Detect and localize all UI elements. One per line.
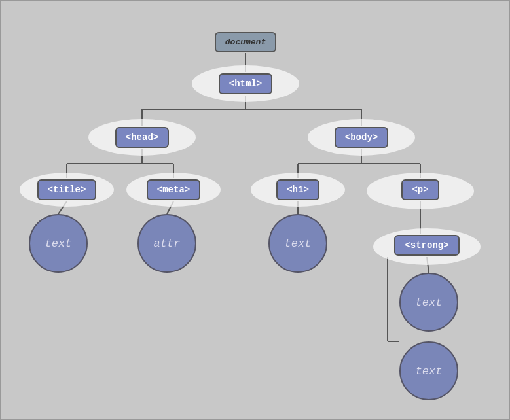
body-rect: <body> (335, 127, 388, 148)
text-title-node: text (29, 214, 88, 273)
text-strong1-node: text (399, 273, 458, 332)
meta-rect: <meta> (147, 179, 200, 200)
attr-meta-node: attr (137, 214, 196, 273)
head-node: <head> (103, 126, 181, 149)
diagram-canvas: document <html> <head> <body> <title> <m… (0, 0, 510, 420)
html-rect: <html> (219, 73, 272, 94)
p-node: <p> (381, 178, 460, 201)
text-h1-label: text (285, 237, 312, 250)
document-rect: document (215, 32, 276, 52)
text-strong1-label: text (416, 296, 443, 309)
text-title-label: text (45, 237, 72, 250)
strong-rect: <strong> (394, 235, 459, 256)
text-h1-node: text (268, 214, 327, 273)
head-rect: <head> (115, 127, 169, 148)
strong-node: <strong> (388, 234, 466, 257)
text-strong2-label: text (416, 365, 443, 377)
title-node: <title> (31, 178, 103, 201)
document-node: document (206, 31, 285, 53)
attr-meta-label: attr (154, 237, 181, 250)
body-node: <body> (322, 126, 401, 149)
meta-node: <meta> (137, 178, 209, 201)
title-rect: <title> (37, 179, 97, 200)
html-node: <html> (206, 72, 285, 96)
p-rect: <p> (401, 179, 439, 200)
h1-node: <h1> (262, 178, 334, 201)
text-strong2-node: text (399, 341, 458, 400)
h1-rect: <h1> (276, 179, 319, 200)
